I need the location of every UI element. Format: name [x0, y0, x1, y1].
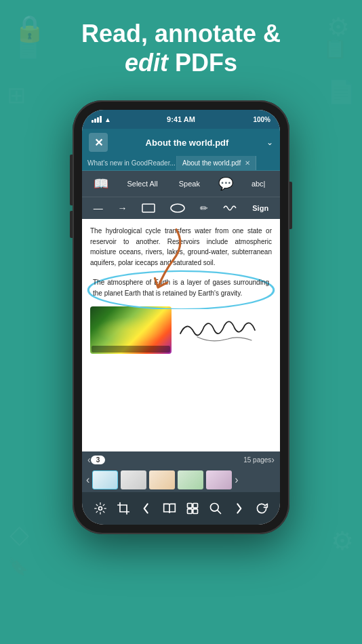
nav-title: About the world.pdf	[112, 138, 262, 148]
tab-about-world[interactable]: About the world.pdf ✕	[177, 156, 256, 170]
text-cursor-button[interactable]: abc|	[249, 178, 268, 189]
circled-section: The atmosphere of Earth is a layer of ga…	[90, 275, 272, 301]
rect-button[interactable]	[138, 202, 159, 214]
comment-icon[interactable]: 💬	[218, 176, 233, 191]
deco-gear-bottom-right: ⚙	[331, 526, 354, 556]
tabs-row: What's new in GoodReader... ✕ About the …	[82, 156, 280, 171]
thumbnail-1[interactable]	[92, 470, 118, 489]
deco-grid-left: ⊞	[7, 81, 26, 108]
phone-screen: ▲ 9:41 AM 100% ✕ About the world.pdf ⌄ W…	[82, 110, 280, 525]
chevron-down-icon[interactable]: ⌄	[266, 138, 273, 147]
book-button[interactable]	[159, 498, 180, 519]
battery-indicator: 100%	[253, 116, 270, 123]
arrow-button[interactable]: →	[114, 201, 132, 215]
ellipse-button[interactable]	[166, 202, 189, 214]
forward-button[interactable]	[228, 498, 249, 519]
pdf-paragraph-2-text: The atmosphere of Earth is a layer of ga…	[93, 279, 269, 297]
deco-small-left: 🔖	[8, 557, 28, 576]
settings-button[interactable]	[89, 498, 111, 519]
header-line2-italic: edit	[125, 49, 168, 77]
nav-close-button[interactable]: ✕	[89, 133, 108, 152]
close-icon: ✕	[94, 136, 103, 149]
thumbnails-strip: ‹ ›	[82, 468, 280, 492]
thumbnail-4[interactable]	[178, 470, 203, 489]
status-time: 9:41 AM	[167, 115, 195, 123]
svg-rect-0	[142, 204, 155, 212]
header-line2-rest: PDFs	[175, 49, 237, 77]
signal-bars	[92, 116, 102, 123]
tab-about-world-close[interactable]: ✕	[245, 159, 250, 167]
phone-shell: ▲ 9:41 AM 100% ✕ About the world.pdf ⌄ W…	[73, 100, 289, 534]
tab-about-world-label: About the world.pdf	[182, 159, 241, 167]
pdf-paragraph-1-text: The hydrological cycle transfers water f…	[90, 227, 272, 266]
drawing-toolbar: — → ✏ Sign	[82, 197, 280, 219]
header-text: Read, annotate & edit PDFs	[0, 19, 362, 77]
nav-bar: ✕ About the world.pdf ⌄	[82, 129, 280, 156]
crop-button[interactable]	[113, 498, 134, 519]
svg-point-1	[171, 204, 184, 212]
grid-button[interactable]	[182, 498, 203, 519]
page-strip-info: 3 15 pages	[91, 456, 272, 464]
pdf-paragraph-1: The hydrological cycle transfers water f…	[90, 226, 272, 268]
svg-rect-6	[188, 509, 193, 514]
back-button[interactable]	[136, 498, 157, 519]
svg-rect-4	[188, 504, 193, 508]
svg-line-9	[218, 510, 221, 514]
current-page-badge: 3	[91, 456, 106, 464]
thumb-next[interactable]: ›	[235, 474, 238, 486]
annotation-toolbar: 📖 Select All Speak 💬 abc|	[82, 171, 280, 197]
pdf-image-row	[90, 306, 272, 354]
signature-svg	[177, 313, 258, 347]
page-next-arrow[interactable]: ›	[271, 454, 275, 465]
phone-mockup: ▲ 9:41 AM 100% ✕ About the world.pdf ⌄ W…	[73, 100, 289, 534]
status-left: ▲	[92, 116, 111, 123]
bottom-toolbar	[82, 492, 280, 525]
svg-rect-5	[193, 504, 198, 508]
select-all-button[interactable]: Select All	[124, 178, 160, 189]
hline-button[interactable]: —	[89, 201, 107, 215]
sign-button[interactable]: Sign	[248, 203, 273, 214]
thumbnail-3[interactable]	[149, 470, 175, 489]
signature-area	[177, 313, 258, 347]
wave-button[interactable]	[219, 202, 242, 214]
speak-button[interactable]: Speak	[176, 178, 203, 189]
deco-doc-right2: 📄	[327, 78, 355, 105]
bookmark-icon[interactable]: 📖	[94, 176, 108, 191]
deco-diamond-left: ◇	[9, 519, 29, 549]
pdf-globe-image	[90, 306, 172, 354]
pdf-paragraph-2: The atmosphere of Earth is a layer of ga…	[90, 275, 272, 301]
total-pages: 15 pages	[243, 456, 271, 464]
thumbnail-2[interactable]	[121, 470, 146, 489]
page-strip: ‹ 3 15 pages ›	[82, 451, 280, 468]
header-line1: Read, annotate &	[81, 20, 281, 47]
refresh-button[interactable]	[251, 498, 273, 519]
search-button[interactable]	[205, 498, 226, 519]
thumb-prev[interactable]: ‹	[86, 474, 89, 486]
tab-whats-new-label: What's new in GoodReader...	[87, 159, 176, 167]
pdf-content: The hydrological cycle transfers water f…	[82, 219, 280, 451]
wifi-icon: ▲	[104, 116, 111, 123]
pencil-button[interactable]: ✏	[196, 201, 212, 215]
thumbnail-5[interactable]	[206, 470, 232, 489]
svg-point-3	[99, 507, 102, 510]
status-bar: ▲ 9:41 AM 100%	[82, 110, 280, 129]
tab-whats-new[interactable]: What's new in GoodReader... ✕	[82, 156, 177, 170]
svg-rect-7	[193, 509, 198, 514]
